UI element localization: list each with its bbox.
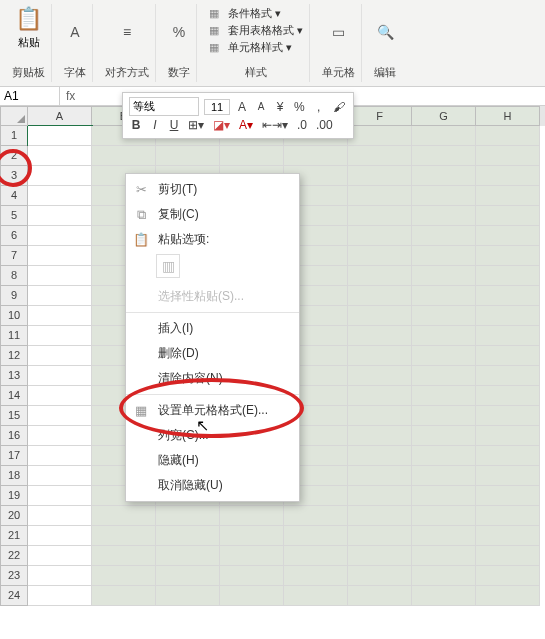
cell[interactable] xyxy=(28,386,92,406)
cell[interactable] xyxy=(28,166,92,186)
cell[interactable] xyxy=(412,266,476,286)
cell[interactable] xyxy=(28,366,92,386)
column-header-H[interactable]: H xyxy=(476,106,540,126)
mini-font-size[interactable]: 11 xyxy=(204,99,230,115)
cell[interactable] xyxy=(348,266,412,286)
cell[interactable] xyxy=(476,306,540,326)
cell[interactable] xyxy=(476,466,540,486)
cell[interactable] xyxy=(220,526,284,546)
cell[interactable] xyxy=(28,526,92,546)
ctx-insert[interactable]: 插入(I) xyxy=(126,316,299,341)
alignment-launcher-button[interactable]: ≡ xyxy=(123,6,131,58)
cell[interactable] xyxy=(476,226,540,246)
row-header[interactable]: 6 xyxy=(0,226,28,246)
cell[interactable] xyxy=(348,426,412,446)
paste-button[interactable]: 📋 粘贴 xyxy=(15,6,42,58)
row-header[interactable]: 12 xyxy=(0,346,28,366)
cell[interactable] xyxy=(28,146,92,166)
cell[interactable] xyxy=(28,466,92,486)
mini-comma-button[interactable]: , xyxy=(312,100,326,114)
cell[interactable] xyxy=(348,466,412,486)
cell[interactable] xyxy=(412,566,476,586)
ctx-delete[interactable]: 删除(D) xyxy=(126,341,299,366)
cell[interactable] xyxy=(476,526,540,546)
cell[interactable] xyxy=(476,386,540,406)
cell[interactable] xyxy=(412,546,476,566)
row-header[interactable]: 3 xyxy=(0,166,28,186)
mini-underline-button[interactable]: U xyxy=(167,118,181,132)
ctx-cut[interactable]: ✂剪切(T) xyxy=(126,177,299,202)
mini-font-name[interactable]: 等线 xyxy=(129,97,199,116)
name-box[interactable] xyxy=(0,87,60,105)
mini-percent-button[interactable]: % xyxy=(292,100,307,114)
cell[interactable] xyxy=(28,486,92,506)
row-header[interactable]: 18 xyxy=(0,466,28,486)
cell[interactable] xyxy=(412,286,476,306)
cell[interactable] xyxy=(92,526,156,546)
cell-style-button[interactable]: ▦单元格样式 ▾ xyxy=(209,40,303,55)
cell[interactable] xyxy=(476,346,540,366)
cell[interactable] xyxy=(412,386,476,406)
row-header[interactable]: 14 xyxy=(0,386,28,406)
row-header[interactable]: 22 xyxy=(0,546,28,566)
ctx-clear[interactable]: 清除内容(N) xyxy=(126,366,299,391)
cell[interactable] xyxy=(476,426,540,446)
format-painter-icon[interactable]: 🖌 xyxy=(331,100,347,114)
cell[interactable] xyxy=(284,506,348,526)
cell[interactable] xyxy=(28,306,92,326)
ctx-unhide[interactable]: 取消隐藏(U) xyxy=(126,473,299,498)
cell[interactable] xyxy=(284,586,348,606)
editing-launcher-button[interactable]: 🔍 xyxy=(377,6,394,58)
cell[interactable] xyxy=(156,506,220,526)
cell[interactable] xyxy=(412,426,476,446)
column-header-G[interactable]: G xyxy=(412,106,476,126)
cell[interactable] xyxy=(220,506,284,526)
row-header[interactable]: 17 xyxy=(0,446,28,466)
cell[interactable] xyxy=(348,506,412,526)
cell[interactable] xyxy=(348,486,412,506)
cell[interactable] xyxy=(156,546,220,566)
cell[interactable] xyxy=(28,226,92,246)
cell[interactable] xyxy=(92,146,156,166)
cell[interactable] xyxy=(476,186,540,206)
cell[interactable] xyxy=(156,526,220,546)
cell[interactable] xyxy=(28,446,92,466)
cell[interactable] xyxy=(92,506,156,526)
cell[interactable] xyxy=(348,566,412,586)
cell[interactable] xyxy=(476,566,540,586)
mini-currency-button[interactable]: ¥ xyxy=(273,100,287,114)
row-header[interactable]: 1 xyxy=(0,126,28,146)
mini-decimal-dec-button[interactable]: .00 xyxy=(314,118,335,132)
cell[interactable] xyxy=(28,566,92,586)
cell[interactable] xyxy=(412,166,476,186)
cell[interactable] xyxy=(412,506,476,526)
row-header[interactable]: 10 xyxy=(0,306,28,326)
row-header[interactable]: 8 xyxy=(0,266,28,286)
cell[interactable] xyxy=(284,546,348,566)
cell[interactable] xyxy=(220,146,284,166)
cell[interactable] xyxy=(412,186,476,206)
table-format-button[interactable]: ▦套用表格格式 ▾ xyxy=(209,23,303,38)
row-header[interactable]: 16 xyxy=(0,426,28,446)
mini-italic-button[interactable]: I xyxy=(148,118,162,132)
cell[interactable] xyxy=(412,126,476,146)
increase-font-button[interactable]: A xyxy=(235,100,249,114)
mini-font-color-button[interactable]: A▾ xyxy=(237,118,255,132)
cell[interactable] xyxy=(412,466,476,486)
cell[interactable] xyxy=(92,586,156,606)
cell[interactable] xyxy=(28,246,92,266)
cell[interactable] xyxy=(28,326,92,346)
cell[interactable] xyxy=(220,546,284,566)
cell[interactable] xyxy=(348,346,412,366)
cell[interactable] xyxy=(476,446,540,466)
cell[interactable] xyxy=(220,586,284,606)
column-header-F[interactable]: F xyxy=(348,106,412,126)
cell[interactable] xyxy=(348,226,412,246)
row-header[interactable]: 21 xyxy=(0,526,28,546)
cell[interactable] xyxy=(476,206,540,226)
cell[interactable] xyxy=(348,286,412,306)
cell[interactable] xyxy=(28,186,92,206)
cell[interactable] xyxy=(28,206,92,226)
cell[interactable] xyxy=(412,346,476,366)
cell[interactable] xyxy=(412,486,476,506)
